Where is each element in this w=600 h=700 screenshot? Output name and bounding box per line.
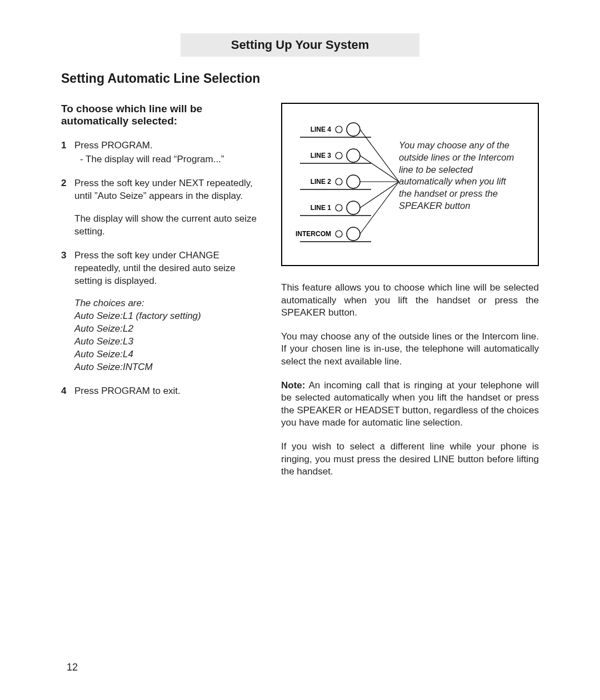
button-icon xyxy=(347,227,360,241)
step-main-text: Press PROGRAM to exit. xyxy=(74,385,261,398)
led-icon xyxy=(336,231,342,237)
svg-line-0 xyxy=(360,129,399,182)
choice-option: Auto Seize:INTCM xyxy=(74,361,261,374)
right-column: LINE 4 LINE 3 LINE 2 xyxy=(281,103,539,489)
choice-option: Auto Seize:L3 xyxy=(74,336,261,348)
step-sub-text: - The display will read “Program...” xyxy=(74,153,261,166)
choice-option: Auto Seize:L4 xyxy=(74,348,261,361)
svg-line-1 xyxy=(360,156,399,182)
step-2: 2 Press the soft key under NEXT repeated… xyxy=(61,177,261,238)
feature-description-3: If you wish to select a different line w… xyxy=(281,441,539,478)
step-body: Press the soft key under NEXT repeatedly… xyxy=(74,177,261,238)
button-icon xyxy=(347,175,360,188)
row-label: LINE 4 xyxy=(311,126,332,133)
step-4: 4 Press PROGRAM to exit. xyxy=(61,385,261,398)
choice-option: Auto Seize:L2 xyxy=(74,323,261,336)
step-body: Press PROGRAM. - The display will read “… xyxy=(74,139,261,166)
feature-description-1: This feature allows you to choose which … xyxy=(281,282,539,319)
step-3: 3 Press the soft key under CHANGE repeat… xyxy=(61,249,261,374)
row-label: INTERCOM xyxy=(296,230,331,238)
button-icon xyxy=(347,149,360,162)
step-number: 2 xyxy=(61,177,74,238)
page-number: 12 xyxy=(67,662,78,673)
led-icon xyxy=(336,152,342,159)
step-main-text: Press the soft key under NEXT repeatedly… xyxy=(74,177,261,203)
step-body: Press PROGRAM to exit. xyxy=(74,385,261,398)
choices-intro: The choices are: xyxy=(74,297,261,310)
step-choices: The choices are: Auto Seize:L1 (factory … xyxy=(74,297,261,374)
diagram-caption: You may choose any of the outside lines … xyxy=(399,139,520,212)
row-label: LINE 1 xyxy=(311,204,332,212)
button-icon xyxy=(347,123,360,136)
step-number: 3 xyxy=(61,249,74,374)
note-label: Note: xyxy=(281,380,305,391)
line-selection-diagram: LINE 4 LINE 3 LINE 2 xyxy=(281,103,539,266)
two-column-layout: To choose which line will be automatical… xyxy=(61,103,539,489)
button-icon xyxy=(347,201,360,214)
led-icon xyxy=(336,178,342,185)
note-text: An incoming call that is ringing at your… xyxy=(281,380,539,428)
row-label: LINE 3 xyxy=(311,152,332,159)
step-note-text: The display will show the current auto s… xyxy=(74,213,261,238)
step-1: 1 Press PROGRAM. - The display will read… xyxy=(61,139,261,166)
note-paragraph: Note: An incoming call that is ringing a… xyxy=(281,379,539,429)
step-number: 4 xyxy=(61,385,74,398)
choice-option: Auto Seize:L1 (factory setting) xyxy=(74,310,261,323)
led-icon xyxy=(336,126,342,133)
step-main-text: Press the soft key under CHANGE repeated… xyxy=(74,249,261,288)
step-number: 1 xyxy=(61,139,74,166)
svg-line-3 xyxy=(360,182,399,208)
page-header-bar: Setting Up Your System xyxy=(181,33,419,57)
feature-description-2: You may choose any of the outside lines … xyxy=(281,331,539,368)
row-label: LINE 2 xyxy=(311,178,332,186)
step-body: Press the soft key under CHANGE repeated… xyxy=(74,249,261,374)
procedure-heading: To choose which line will be automatical… xyxy=(61,103,261,127)
led-icon xyxy=(336,204,342,211)
callout-lines xyxy=(360,129,399,234)
section-title: Setting Automatic Line Selection xyxy=(61,71,539,86)
manual-page: Setting Up Your System Setting Automatic… xyxy=(0,0,600,700)
left-column: To choose which line will be automatical… xyxy=(61,103,261,489)
step-main-text: Press PROGRAM. xyxy=(74,139,261,152)
